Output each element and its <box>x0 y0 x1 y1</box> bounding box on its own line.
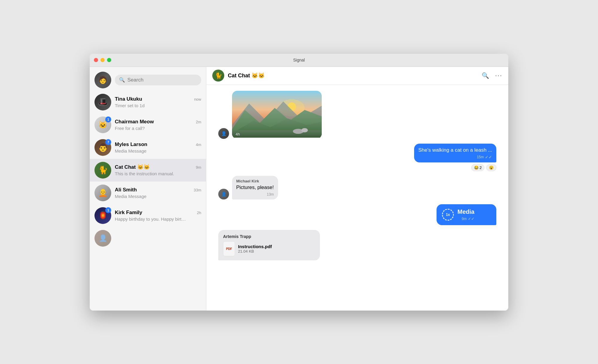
media-bubble: 1x Media 9m ✓✓ <box>437 204 496 225</box>
conv-name: Myles Larson <box>115 142 147 148</box>
app-window: Signal 🧑 🔍 🎩 Tina Uku <box>90 54 508 311</box>
read-receipt-icon: ✓✓ <box>468 216 475 221</box>
media-speed-icon: 1x <box>442 209 454 221</box>
chat-header-actions: 🔍 ··· <box>482 72 502 79</box>
reaction-pill[interactable]: 😮 <box>486 164 496 171</box>
avatar: 🐈 <box>94 162 111 179</box>
pdf-attachment[interactable]: PDF Instructions.pdf 21.04 KB <box>223 241 315 256</box>
message-row: She's walking a cat on a leash ... 15m ✓… <box>218 144 496 171</box>
message-time: 15m ✓✓ <box>418 155 492 159</box>
window-title: Signal <box>293 58 305 62</box>
avatar-wrap: 👨 7 <box>94 139 111 156</box>
close-button[interactable] <box>94 58 98 62</box>
conv-name: Kirk Family <box>115 210 142 216</box>
pdf-info: Instructions.pdf 21.04 KB <box>238 244 272 254</box>
read-receipt-icon: ✓✓ <box>485 155 492 159</box>
conv-preview: Happy birthday to you. Happy birt… <box>115 216 201 222</box>
conv-top: Ali Smith 33m <box>115 187 201 193</box>
search-input[interactable] <box>127 77 197 83</box>
sender-name: Artemis Trapp <box>223 234 315 239</box>
conv-time: 9m <box>196 165 201 170</box>
message-text: Pictures, please! <box>236 184 274 191</box>
conv-time: 4m <box>196 142 201 147</box>
conv-top: Myles Larson 4m <box>115 142 201 148</box>
search-bar[interactable]: 🔍 <box>115 75 201 85</box>
unread-badge: 1 <box>105 116 111 122</box>
svg-rect-6 <box>232 130 322 138</box>
titlebar: Signal <box>90 54 508 67</box>
conv-time: now <box>194 97 201 102</box>
list-item[interactable]: 👨 7 Myles Larson 4m Media Message <box>90 136 206 159</box>
conv-time: 33m <box>194 188 201 192</box>
list-item[interactable]: 🏮 1 Kirk Family 2h Happy birthday to you… <box>90 204 206 227</box>
message-row: 👤 <box>218 91 496 139</box>
conv-preview: Media Message <box>115 148 201 153</box>
list-item[interactable]: 🐈 Cat Chat 🐱🐱 9m This is the instruction… <box>90 159 206 182</box>
pdf-bubble: Artemis Trapp PDF Instructions.pdf 21.04… <box>218 230 320 260</box>
message-time: 13m <box>236 192 274 196</box>
conv-name: Cat Chat 🐱🐱 <box>115 164 150 170</box>
message-text: She's walking a cat on a leash ... <box>418 147 492 154</box>
app-body: 🧑 🔍 🎩 Tina Ukuku now <box>90 67 508 311</box>
message-row: 👤 Michael Kirk Pictures, please! 13m <box>218 176 496 199</box>
window-controls <box>94 58 111 62</box>
list-item[interactable]: 👤 <box>90 227 206 250</box>
message-bubble: Michael Kirk Pictures, please! 13m <box>232 176 278 199</box>
avatar: 🎩 <box>94 94 111 110</box>
avatar: 👤 <box>94 230 111 247</box>
conv-top: Chairman Meow 2m <box>115 119 201 125</box>
more-options-icon[interactable]: ··· <box>495 72 502 79</box>
search-chat-icon[interactable]: 🔍 <box>482 72 489 79</box>
image-bubble: 4h <box>232 91 322 139</box>
conversation-list: 🎩 Tina Ukuku now Timer set to 1d 🐱 1 <box>90 91 206 311</box>
reaction-pill[interactable]: 😂 2 <box>471 164 484 171</box>
svg-point-8 <box>301 128 308 132</box>
messages-area: 👤 <box>206 85 508 311</box>
maximize-button[interactable] <box>107 58 111 62</box>
conv-top: Kirk Family 2h <box>115 210 201 216</box>
pdf-filesize: 21.04 KB <box>238 249 272 254</box>
list-item[interactable]: 🎩 Tina Ukuku now Timer set to 1d <box>90 91 206 113</box>
sidebar: 🧑 🔍 🎩 Tina Ukuku now <box>90 67 206 311</box>
list-item[interactable]: 🧑‍🦲 Ali Smith 33m Media Message <box>90 182 206 204</box>
avatar: 🧑‍🦲 <box>94 185 111 201</box>
chat-header: 🐈 Cat Chat 🐱🐱 🔍 ··· <box>206 67 508 85</box>
conv-time: 2m <box>196 120 201 124</box>
avatar-wrap: 🐈 <box>94 162 111 179</box>
minimize-button[interactable] <box>100 58 105 62</box>
sender-name: Michael Kirk <box>236 179 274 183</box>
conv-content: Tina Ukuku now Timer set to 1d <box>115 96 201 108</box>
pdf-filename: Instructions.pdf <box>238 244 272 249</box>
chat-title: Cat Chat 🐱🐱 <box>228 72 478 79</box>
reactions: 😂 2 😮 <box>471 164 496 171</box>
sender-avatar: 👤 <box>218 189 229 199</box>
conv-time: 2h <box>197 211 201 215</box>
message-row: Artemis Trapp PDF Instructions.pdf 21.04… <box>218 230 496 260</box>
unread-badge: 7 <box>105 139 111 145</box>
chat-area: 🐈 Cat Chat 🐱🐱 🔍 ··· 👤 <box>206 67 508 311</box>
conv-content: Myles Larson 4m Media Message <box>115 142 201 153</box>
avatar-wrap: 👤 <box>94 230 111 247</box>
chat-header-avatar: 🐈 <box>212 70 224 82</box>
conv-content: Kirk Family 2h Happy birthday to you. Ha… <box>115 210 201 222</box>
conv-name: Chairman Meow <box>115 119 154 125</box>
conv-content: Ali Smith 33m Media Message <box>115 187 201 199</box>
pdf-icon: PDF <box>223 241 235 256</box>
sender-avatar: 👤 <box>218 128 229 139</box>
sidebar-header: 🧑 🔍 <box>90 67 206 91</box>
avatar-wrap: 🎩 <box>94 94 111 110</box>
conv-name: Tina Ukuku <box>115 96 142 102</box>
avatar-wrap: 🧑‍🦲 <box>94 185 111 201</box>
conv-preview: Timer set to 1d <box>115 103 201 108</box>
conv-preview: Free for a call? <box>115 126 201 131</box>
media-label: Media <box>457 208 475 215</box>
conv-name: Ali Smith <box>115 187 137 193</box>
conv-top: Tina Ukuku now <box>115 96 201 102</box>
conv-content: Chairman Meow 2m Free for a call? <box>115 119 201 131</box>
unread-badge: 1 <box>105 207 111 213</box>
my-avatar[interactable]: 🧑 <box>94 72 111 88</box>
conv-top: Cat Chat 🐱🐱 9m <box>115 164 201 170</box>
list-item[interactable]: 🐱 1 Chairman Meow 2m Free for a call? <box>90 113 206 136</box>
search-icon: 🔍 <box>119 77 125 83</box>
conv-preview: Media Message <box>115 194 201 199</box>
